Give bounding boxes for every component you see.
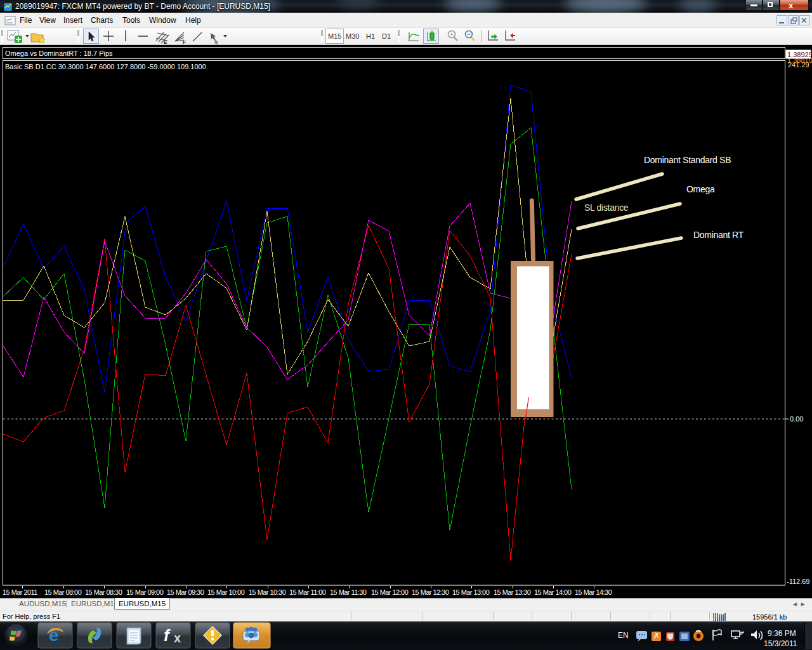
- svg-text:Omega: Omega: [686, 184, 715, 194]
- svg-text:15 Mar 12:00: 15 Mar 12:00: [371, 588, 409, 596]
- svg-text:15 Mar 10:30: 15 Mar 10:30: [249, 588, 286, 596]
- svg-text:1.38929: 1.38929: [787, 51, 812, 58]
- svg-text:15 Mar 08:00: 15 Mar 08:00: [44, 588, 82, 596]
- svg-text:0.00: 0.00: [790, 415, 803, 423]
- svg-text:-112.69: -112.69: [787, 578, 810, 585]
- svg-text:SL distance: SL distance: [584, 202, 629, 213]
- svg-text:Omega vs DominantRT : 18.7 Pip: Omega vs DominantRT : 18.7 Pips: [5, 50, 113, 57]
- svg-text:Dominant Standard SB: Dominant Standard SB: [644, 155, 731, 165]
- svg-text:15 Mar 11:00: 15 Mar 11:00: [289, 588, 326, 596]
- svg-text:15 Mar 13:00: 15 Mar 13:00: [452, 588, 490, 596]
- svg-text:15 Mar 2011: 15 Mar 2011: [3, 588, 37, 596]
- svg-text:15 Mar 14:00: 15 Mar 14:00: [534, 588, 572, 596]
- svg-text:15 Mar 14:30: 15 Mar 14:30: [575, 588, 612, 596]
- svg-text:Dominant RT: Dominant RT: [693, 230, 744, 240]
- svg-text:15 Mar 13:30: 15 Mar 13:30: [494, 588, 531, 596]
- svg-text:15 Mar 09:30: 15 Mar 09:30: [167, 588, 204, 596]
- svg-text:15 Mar 10:00: 15 Mar 10:00: [207, 588, 245, 596]
- svg-text:15 Mar 12:30: 15 Mar 12:30: [412, 588, 449, 596]
- svg-text:15 Mar 09:00: 15 Mar 09:00: [126, 588, 164, 596]
- svg-text:15 Mar 11:30: 15 Mar 11:30: [330, 588, 367, 596]
- svg-text:15 Mar 08:30: 15 Mar 08:30: [85, 588, 122, 596]
- svg-text:Basic SB D1 CC 30.3000 147.600: Basic SB D1 CC 30.3000 147.6000 127.8000…: [5, 63, 206, 70]
